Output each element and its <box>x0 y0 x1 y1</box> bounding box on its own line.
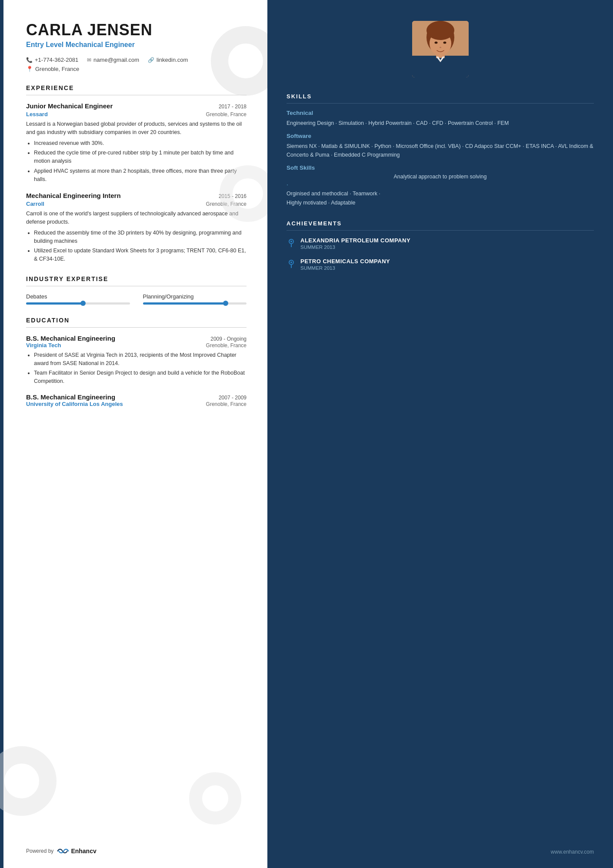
exp-description-1: Lessard is a Norwegian based global prov… <box>26 120 247 137</box>
edu-school-row-2: University of California Los Angeles Gre… <box>26 401 247 407</box>
edu-bullet-1-1: President of SASE at Virginia Tech in 20… <box>34 351 247 368</box>
photo-container <box>287 21 594 77</box>
soft-skill-2: Highly motivated · Adaptable <box>287 198 594 208</box>
soft-skills-title: Soft Skills <box>287 164 594 171</box>
phone-contact: 📞 +1-774-362-2081 <box>26 57 78 63</box>
svg-point-5 <box>426 21 454 40</box>
software-skills-title: Software <box>287 133 594 139</box>
progress-dot-1 <box>80 301 86 306</box>
website-url: www.enhancv.com <box>551 849 594 855</box>
education-item-1: B.S. Mechanical Engineering 2009 - Ongoi… <box>26 335 247 385</box>
candidate-name: CARLA JENSEN <box>26 21 247 39</box>
exp-dates-1: 2017 - 2018 <box>219 104 247 110</box>
enhancv-brand: Enhancv <box>71 848 96 855</box>
enhancv-logo: Enhancv <box>57 847 96 855</box>
photo-svg <box>412 21 469 77</box>
expertise-label-2: Planning/Organizing <box>143 293 247 300</box>
achievement-company-1: ALEXANDRIA PETROLEUM COMPANY <box>300 237 410 245</box>
edu-dates-1: 2009 - Ongoing <box>210 336 247 342</box>
industry-expertise-title: INDUSTRY EXPERTISE <box>26 275 247 286</box>
phone-icon: 📞 <box>26 57 33 63</box>
exp-bullet-2-2: Utilized Excel to update Standard Work S… <box>34 247 247 263</box>
education-item-2: B.S. Mechanical Engineering 2007 - 2009 … <box>26 393 247 407</box>
industry-expertise-section: INDUSTRY EXPERTISE Debates Planning/Orga… <box>26 275 247 305</box>
edu-school-row-1: Virginia Tech Grenoble, France <box>26 342 247 349</box>
link-icon: 🔗 <box>148 57 154 63</box>
watermark-bottom-right <box>189 772 241 824</box>
experience-item-1: Junior Mechanical Engineer 2017 - 2018 L… <box>26 102 247 183</box>
expertise-label-1: Debates <box>26 293 130 300</box>
footer-left: Powered by Enhancv <box>26 847 97 855</box>
edu-loc-2: Grenoble, France <box>206 401 247 407</box>
achievement-company-2: PETRO CHEMICALS COMPANY <box>300 258 390 265</box>
svg-point-13 <box>290 241 292 242</box>
linkedin-url: linkedin.com <box>157 57 188 63</box>
svg-point-11 <box>440 47 441 48</box>
email-icon: ✉ <box>87 57 91 63</box>
left-panel: CARLA JENSEN Entry Level Mechanical Engi… <box>0 0 267 868</box>
edu-dates-2: 2007 - 2009 <box>219 395 247 401</box>
achievement-item-1: ALEXANDRIA PETROLEUM COMPANY SUMMER 2013 <box>287 237 594 250</box>
edu-degree-2: B.S. Mechanical Engineering <box>26 393 115 401</box>
progress-bar-bg-1 <box>26 302 130 305</box>
svg-point-9 <box>434 42 437 44</box>
company-2: Carroll <box>26 201 44 207</box>
exp-company-row-2: Carroll Grenoble, France <box>26 201 247 207</box>
expertise-grid: Debates Planning/Organizing <box>26 293 247 305</box>
linkedin-contact[interactable]: 🔗 linkedin.com <box>148 57 188 63</box>
exp-bullet-1-3: Applied HVAC systems at more than 2 hosp… <box>34 167 247 184</box>
location-icon: 📍 <box>26 66 33 72</box>
progress-bar-bg-2 <box>143 302 247 305</box>
exp-bullet-1-2: Reduced the cycle time of pre-cured rubb… <box>34 149 247 165</box>
svg-point-15 <box>290 261 292 263</box>
edu-bullets-1: President of SASE at Virginia Tech in 20… <box>26 351 247 385</box>
exp-location-1: Grenoble, France <box>206 111 247 117</box>
footer-right: www.enhancv.com <box>551 849 594 855</box>
technical-skills-text: Engineering Design · Simulation · Hybrid… <box>287 119 594 127</box>
exp-bullets-1: Increased revenue with 30%. Reduced the … <box>26 139 247 184</box>
experience-section: EXPERIENCE Junior Mechanical Engineer 20… <box>26 84 247 263</box>
pin-icon-2 <box>287 258 296 268</box>
right-panel: SKILLS Technical Engineering Design · Si… <box>267 0 613 868</box>
exp-bullets-2: Reduced the assembly time of the 3D prin… <box>26 229 247 263</box>
exp-bullet-2-1: Reduced the assembly time of the 3D prin… <box>34 229 247 245</box>
skills-section-title: SKILLS <box>287 93 594 104</box>
edu-degree-1: B.S. Mechanical Engineering <box>26 335 115 342</box>
experience-section-title: EXPERIENCE <box>26 84 247 95</box>
soft-skill-centered: Analytical approach to problem solving <box>287 174 594 180</box>
progress-bar-fill-2 <box>143 302 226 305</box>
phone-number: +1-774-362-2081 <box>35 57 78 63</box>
progress-dot-2 <box>223 301 228 306</box>
expertise-item-1: Debates <box>26 293 130 305</box>
candidate-photo <box>412 21 469 77</box>
powered-by-text: Powered by <box>26 848 53 854</box>
edu-header-1: B.S. Mechanical Engineering 2009 - Ongoi… <box>26 335 247 342</box>
edu-loc-1: Grenoble, France <box>206 342 247 349</box>
exp-description-2: Carroll is one of the world's largest su… <box>26 210 247 226</box>
achievement-content-1: ALEXANDRIA PETROLEUM COMPANY SUMMER 2013 <box>300 237 410 250</box>
exp-bullet-1-1: Increased revenue with 30%. <box>34 139 247 147</box>
company-1: Lessard <box>26 111 48 117</box>
edu-bullet-1-2: Team Facilitator in Senior Design Projec… <box>34 369 247 385</box>
technical-skills-title: Technical <box>287 110 594 116</box>
education-section-title: EDUCATION <box>26 317 247 328</box>
email-contact: ✉ name@gmail.com <box>87 57 139 63</box>
enhancv-logo-icon <box>57 847 69 855</box>
skills-section: SKILLS Technical Engineering Design · Si… <box>287 93 594 208</box>
exp-header-1: Junior Mechanical Engineer 2017 - 2018 <box>26 102 247 110</box>
achievement-icon-1 <box>287 238 296 249</box>
edu-header-2: B.S. Mechanical Engineering 2007 - 2009 <box>26 393 247 401</box>
achievement-date-1: SUMMER 2013 <box>300 245 410 250</box>
achievement-item-2: PETRO CHEMICALS COMPANY SUMMER 2013 <box>287 258 594 271</box>
progress-bar-fill-1 <box>26 302 83 305</box>
svg-point-10 <box>443 42 446 44</box>
expertise-item-2: Planning/Organizing <box>143 293 247 305</box>
job-title-1: Junior Mechanical Engineer <box>26 102 113 110</box>
job-title-2: Mechanical Engineering Intern <box>26 192 121 199</box>
software-skills-text: Siemens NX · Matlab & SIMULINK · Python … <box>287 142 594 159</box>
edu-school-1: Virginia Tech <box>26 342 61 349</box>
email-address: name@gmail.com <box>93 57 139 63</box>
soft-dot-1: · <box>287 181 288 189</box>
exp-company-row-1: Lessard Grenoble, France <box>26 111 247 117</box>
education-section: EDUCATION B.S. Mechanical Engineering 20… <box>26 317 247 407</box>
